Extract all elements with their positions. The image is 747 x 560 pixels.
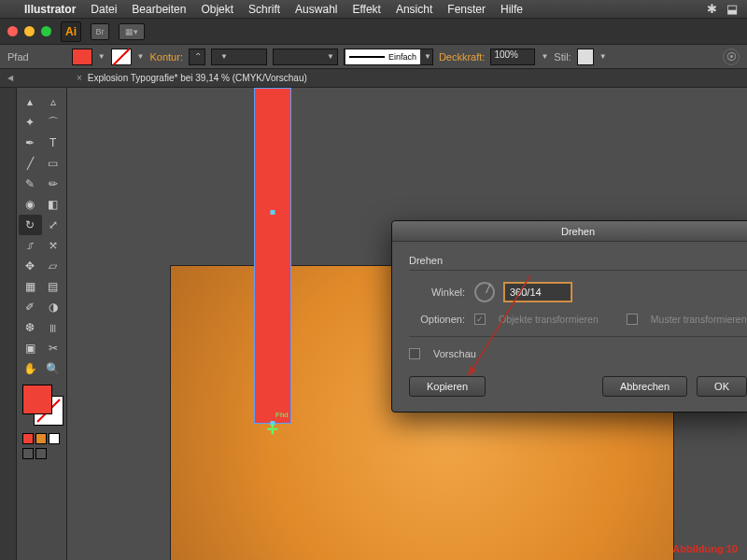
scale-tool[interactable]: ⤢ <box>42 215 65 235</box>
graph-tool[interactable]: ⫼ <box>42 317 65 338</box>
stroke-weight-stepper[interactable]: ⌃ <box>189 49 205 65</box>
menu-window[interactable]: Fenster <box>447 3 486 16</box>
direct-selection-tool[interactable]: ▵ <box>42 91 65 112</box>
angle-label: Winkel: <box>409 287 465 298</box>
pencil-tool[interactable]: ✏ <box>42 174 65 194</box>
window-controls <box>7 26 51 36</box>
bridge-icon[interactable]: Br <box>91 23 109 40</box>
screen-mode-normal[interactable] <box>22 448 34 459</box>
color-mode-fill[interactable] <box>22 433 34 444</box>
variable-width-dropdown[interactable]: ▼ <box>273 49 338 65</box>
lasso-tool[interactable]: ⌒ <box>42 112 65 133</box>
menu-effect[interactable]: Effekt <box>352 3 380 16</box>
rotate-tool[interactable]: ↻ <box>19 215 42 235</box>
toolbox: ▴▵ ✦⌒ ✒T ╱▭ ✎✏ ◉◧ ↻⤢ ⎎⤧ ✥▱ ▦▤ ✐◑ ❆⫼ ▣✂ ✋… <box>17 88 67 560</box>
magic-wand-tool[interactable]: ✦ <box>19 112 42 133</box>
blend-tool[interactable]: ◑ <box>42 297 65 317</box>
opacity-input[interactable]: 100% <box>490 49 535 65</box>
mac-menubar: Illustrator Datei Bearbeiten Objekt Schr… <box>0 0 747 19</box>
eyedropper-tool[interactable]: ✐ <box>19 297 42 317</box>
selection-tool[interactable]: ▴ <box>19 91 42 112</box>
rotation-center-icon[interactable]: ✛ <box>267 422 278 437</box>
fill-stroke-indicator[interactable] <box>22 385 63 426</box>
type-tool[interactable]: T <box>42 133 65 153</box>
color-mode-gradient[interactable] <box>35 433 47 444</box>
smart-guide-label: Fhd <box>275 411 289 419</box>
preview-checkbox[interactable] <box>409 348 420 359</box>
menu-edit[interactable]: Bearbeiten <box>132 3 186 16</box>
options-label: Optionen: <box>409 314 465 325</box>
transform-objects-label: Objekte transformieren <box>499 314 599 325</box>
line-tool[interactable]: ╱ <box>19 153 42 174</box>
blob-brush-tool[interactable]: ◉ <box>19 194 42 215</box>
mesh-tool[interactable]: ▦ <box>19 276 42 297</box>
rotate-dialog: Drehen Drehen Winkel: Optionen: ✓ Objekt… <box>391 220 747 413</box>
transform-patterns-label: Muster transformieren <box>651 314 747 325</box>
fill-swatch[interactable] <box>72 49 92 65</box>
arrange-documents-icon[interactable]: ▦▾ <box>119 23 145 40</box>
cancel-button[interactable]: Abbrechen <box>602 376 687 397</box>
brush-stroke-dropdown[interactable]: Einfach ▼ <box>344 49 433 65</box>
hand-tool[interactable]: ✋ <box>19 358 42 379</box>
ok-button[interactable]: OK <box>697 376 747 397</box>
close-window-button[interactable] <box>7 26 18 36</box>
artboard-tool[interactable]: ▣ <box>19 338 42 358</box>
selection-type-label: Pfad <box>7 51 29 63</box>
menu-type[interactable]: Schrift <box>248 3 280 16</box>
perspective-tool[interactable]: ▱ <box>42 256 65 276</box>
dialog-title: Drehen <box>392 221 747 242</box>
color-mode-none[interactable] <box>49 433 60 444</box>
gradient-tool[interactable]: ▤ <box>42 276 65 297</box>
eraser-tool[interactable]: ◧ <box>42 194 65 215</box>
style-label: Stil: <box>554 51 571 63</box>
transform-objects-checkbox[interactable]: ✓ <box>474 314 486 325</box>
evernote-icon[interactable]: ✱ <box>707 2 717 16</box>
slice-tool[interactable]: ✂ <box>42 338 65 358</box>
window-title-row: Ai Br ▦▾ <box>0 19 747 45</box>
control-bar: Pfad ▼ ▼ Kontur: ⌃ ▼ ▼ Einfach ▼ Deckkra… <box>0 45 747 69</box>
angle-dial[interactable] <box>474 282 495 302</box>
stroke-swatch[interactable] <box>111 49 132 65</box>
graphic-style-swatch[interactable] <box>577 49 594 65</box>
app-icon: Ai <box>61 21 81 42</box>
dialog-section-label: Drehen <box>409 255 747 266</box>
document-tab-row: ◀ × Explosion Typografie* bei 39,14 % (C… <box>0 69 747 88</box>
canvas-area[interactable]: ✛ Fhd Drehen Drehen Winkel: Optionen: ✓ … <box>67 88 747 560</box>
symbol-sprayer-tool[interactable]: ❆ <box>19 317 42 338</box>
figure-caption: Abbildung 10 <box>672 543 738 554</box>
zoom-window-button[interactable] <box>41 26 51 36</box>
stroke-label: Kontur: <box>149 51 182 63</box>
paintbrush-tool[interactable]: ✎ <box>19 174 42 194</box>
preview-label: Vorschau <box>433 348 476 359</box>
rectangle-tool[interactable]: ▭ <box>42 153 65 174</box>
menu-object[interactable]: Objekt <box>201 3 233 16</box>
shape-builder-tool[interactable]: ✥ <box>19 256 42 276</box>
copy-button[interactable]: Kopieren <box>409 376 486 397</box>
left-rail <box>0 88 17 560</box>
stroke-weight-dropdown[interactable]: ▼ <box>211 49 267 65</box>
menu-app[interactable]: Illustrator <box>24 3 76 16</box>
zoom-tool[interactable]: 🔍 <box>42 358 65 379</box>
width-tool[interactable]: ⎎ <box>19 235 42 256</box>
opacity-label: Deckkraft: <box>439 51 486 63</box>
anchor-handle[interactable] <box>271 210 275 215</box>
menu-help[interactable]: Hilfe <box>500 3 523 16</box>
panel-collapse-icon[interactable]: ◀ <box>7 74 13 82</box>
menu-select[interactable]: Auswahl <box>295 3 337 16</box>
panel-menu-icon[interactable]: ⦿ <box>723 49 740 65</box>
pen-tool[interactable]: ✒ <box>19 133 42 153</box>
color-mode-row <box>19 431 64 446</box>
free-transform-tool[interactable]: ⤧ <box>42 235 65 256</box>
menu-file[interactable]: Datei <box>91 3 117 16</box>
minimize-window-button[interactable] <box>24 26 35 36</box>
dropbox-icon[interactable]: ⬓ <box>726 2 738 16</box>
angle-input[interactable] <box>504 283 571 301</box>
screen-mode-row <box>19 446 64 461</box>
document-tab[interactable]: Explosion Typografie* bei 39,14 % (CMYK/… <box>88 73 307 83</box>
screen-mode-full[interactable] <box>35 448 47 459</box>
close-tab-icon[interactable]: × <box>77 73 82 83</box>
menu-view[interactable]: Ansicht <box>396 3 432 16</box>
transform-patterns-checkbox[interactable] <box>627 314 638 325</box>
selected-path[interactable] <box>254 88 291 424</box>
